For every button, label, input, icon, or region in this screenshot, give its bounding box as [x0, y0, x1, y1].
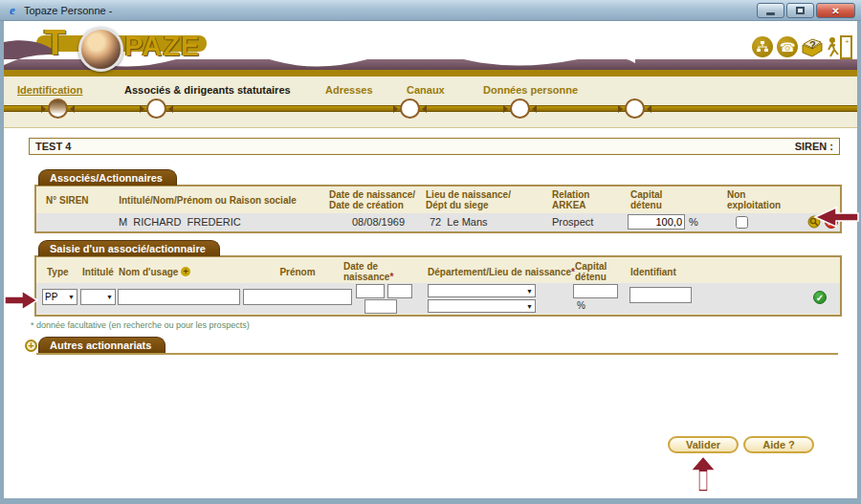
lieu-naissance-select[interactable]: ▼ — [428, 299, 536, 313]
table-row: M RICHARD FREDERIC 08/08/1969 72 Le Mans… — [36, 213, 840, 231]
org-chart-icon[interactable] — [752, 36, 773, 57]
window-title: Topaze Personne - — [24, 5, 112, 16]
cell-name: M RICHARD FREDERIC — [119, 216, 241, 228]
capital-input[interactable] — [573, 284, 618, 298]
close-icon: ✕ — [831, 6, 839, 16]
capital-detenu-input[interactable] — [628, 214, 685, 230]
step-associes-dirigeants[interactable]: Associés & dirigeants statutaires — [124, 84, 291, 96]
minimize-icon — [766, 12, 775, 15]
chevron-down-icon: ▼ — [68, 294, 75, 300]
logo-letter-t: T — [44, 23, 67, 63]
step-circle-canaux — [510, 99, 530, 119]
progress-bar — [4, 105, 857, 112]
tick — [532, 105, 537, 113]
tick — [393, 105, 398, 113]
col-nom-usage: Nom d'usage + — [119, 267, 190, 277]
date-year-input[interactable] — [364, 299, 397, 314]
annotation-arrow-right — [4, 289, 40, 312]
entity-name: TEST 4 — [35, 141, 71, 152]
col-non-exploitation: Nonexploitation — [727, 189, 781, 210]
col-capital-detenu: Capitaldétenu — [575, 261, 607, 282]
col-prenom: Prénom — [243, 267, 352, 277]
step-donnees-personne[interactable]: Données personne — [483, 84, 578, 96]
col-departement: Département/Lieu de naissance* — [428, 267, 575, 277]
col-siren: N° SIREN — [46, 195, 89, 206]
expand-icon[interactable]: + — [25, 340, 37, 352]
annotation-arrow-up — [689, 455, 718, 493]
identifiant-input[interactable] — [629, 287, 692, 303]
percent-label: % — [577, 300, 585, 311]
phone-icon[interactable]: ☎ — [777, 36, 798, 57]
tick — [618, 105, 623, 113]
section-divider — [36, 353, 838, 355]
plus-icon[interactable]: + — [181, 267, 190, 276]
col-type: Type — [47, 267, 69, 277]
tick — [503, 105, 508, 113]
saisie-form: Type Intitulé Nom d'usage + Prénom Date … — [34, 255, 842, 317]
step-circle-identification — [48, 99, 68, 119]
org-chart-glyph — [756, 40, 769, 54]
minimize-button[interactable] — [757, 3, 784, 18]
help-book-icon[interactable]: ? — [801, 37, 824, 62]
col-relation: RelationARKEA — [552, 189, 589, 210]
maximize-icon — [796, 7, 805, 14]
exit-glyph: + — [825, 33, 853, 60]
valider-button[interactable]: Valider — [668, 436, 739, 453]
prenom-input[interactable] — [243, 289, 352, 305]
col-capital: Capitaldétenu — [630, 189, 662, 210]
date-month-input[interactable] — [387, 284, 412, 298]
confirm-icon[interactable]: ✓ — [813, 291, 827, 304]
maximize-button[interactable] — [786, 3, 814, 18]
context-bar: TEST 4 SIREN : — [29, 138, 840, 155]
help-book-glyph: ? — [801, 37, 824, 58]
logo-avatar — [78, 27, 123, 72]
cell-birth: 08/08/1969 — [352, 216, 405, 228]
type-select[interactable]: PP▼ — [42, 289, 77, 305]
tick — [70, 105, 75, 113]
svg-text:?: ? — [809, 39, 816, 51]
step-circle-adresses — [400, 99, 420, 119]
step-circle-donnees — [625, 99, 645, 119]
date-day-input[interactable] — [356, 284, 385, 298]
chevron-down-icon: ▼ — [526, 288, 533, 295]
col-identifiant: Identifiant — [630, 267, 676, 277]
step-adresses[interactable]: Adresses — [325, 84, 373, 96]
annotation-arrow-left — [812, 207, 859, 228]
percent-label: % — [689, 216, 698, 228]
col-place: Lieu de naissance/Dépt du siege — [426, 189, 511, 210]
cell-relation: Prospect — [552, 216, 593, 228]
departement-select[interactable]: ▼ — [428, 284, 536, 297]
tick — [168, 105, 173, 113]
section-tab-associes: Associés/Actionnaires — [38, 169, 177, 186]
col-birth: Date de naissance/Date de création — [329, 189, 415, 210]
nom-usage-input[interactable] — [118, 289, 240, 305]
svg-text:+: + — [845, 37, 850, 46]
associes-table: N° SIREN Intitulé/Nom/Prénom ou Raison s… — [34, 185, 842, 233]
tick — [41, 105, 46, 113]
form-row: PP▼ ▼ ▼ ▼ % ✓ — [36, 283, 840, 314]
step-canaux[interactable]: Canaux — [407, 84, 445, 96]
logo-text: PAZE — [124, 31, 200, 62]
siren-label: SIREN : — [795, 141, 833, 152]
step-circle-associes — [146, 99, 166, 119]
step-identification[interactable]: Identification — [17, 84, 82, 96]
non-exploitation-checkbox[interactable] — [736, 216, 748, 229]
section-tab-autres: Autres actionnariats — [38, 337, 166, 353]
exit-icon[interactable]: + — [825, 33, 853, 64]
tick — [647, 105, 651, 113]
col-name: Intitulé/Nom/Prénom ou Raison sociale — [114, 195, 301, 206]
window-titlebar[interactable]: e Topaze Personne - ✕ — [0, 0, 861, 21]
section-tab-saisie: Saisie d'un associé/actionnaire — [38, 240, 220, 256]
aide-button[interactable]: Aide ? — [743, 436, 814, 453]
intitule-select[interactable]: ▼ — [80, 289, 116, 305]
tick — [422, 105, 427, 113]
col-date-naissance: Date de naissance* — [343, 261, 393, 282]
step-navigation: Identification Associés & dirigeants sta… — [4, 77, 857, 128]
cell-place: 72 Le Mans — [430, 216, 488, 228]
chevron-down-icon: ▼ — [526, 303, 533, 310]
page: T PAZE ☎ ? + — [4, 21, 857, 498]
col-intitule: Intitulé — [82, 267, 114, 277]
close-button[interactable]: ✕ — [816, 3, 855, 18]
chevron-down-icon: ▼ — [106, 294, 113, 300]
footnote: * donnée facultative (en recherche ou po… — [31, 320, 250, 330]
